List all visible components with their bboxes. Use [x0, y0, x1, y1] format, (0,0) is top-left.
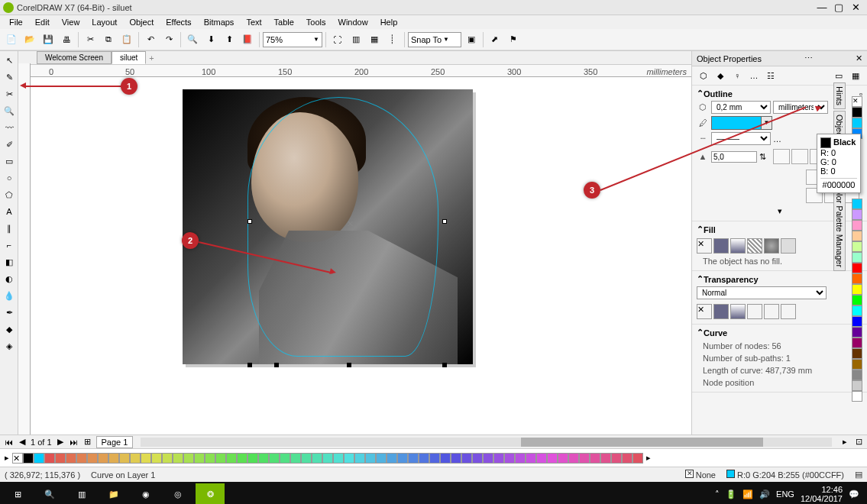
palette-swatch[interactable] — [852, 305, 862, 316]
palette-swatch[interactable] — [387, 453, 397, 464]
menu-layout[interactable]: Layout — [86, 16, 123, 28]
options-button[interactable]: ▣ — [463, 31, 480, 48]
minimize-button[interactable]: — — [814, 2, 830, 14]
handle-bottom-right[interactable] — [442, 363, 447, 367]
palette-swatch[interactable] — [440, 453, 451, 464]
palette-swatch[interactable] — [280, 453, 290, 464]
system-tray[interactable]: ˄ 🔋 📶 🔊 ENG 12:46 12/04/2017 💬 — [710, 485, 864, 503]
palette-swatch[interactable] — [183, 453, 194, 464]
palette-swatch[interactable] — [852, 284, 862, 295]
palette-swatch[interactable] — [76, 453, 87, 464]
menu-edit[interactable]: Edit — [29, 16, 56, 28]
menu-effects[interactable]: Effects — [160, 16, 197, 28]
undo-button[interactable]: ↶ — [142, 31, 159, 48]
artistic-tool[interactable]: ✐ — [2, 137, 17, 152]
palette-swatch[interactable] — [344, 453, 354, 464]
palette-swatch[interactable] — [472, 453, 483, 464]
last-page-button[interactable]: ⏭ — [69, 438, 79, 447]
parallel-tool[interactable]: ∥ — [2, 221, 17, 236]
no-trans-button[interactable]: ✕ — [697, 304, 712, 319]
palette-swatch[interactable] — [87, 453, 98, 464]
polygon-tool[interactable]: ⬠ — [2, 187, 17, 202]
palette-swatch[interactable] — [151, 453, 162, 464]
palette-swatch[interactable] — [852, 348, 862, 359]
palette-swatch[interactable] — [34, 453, 44, 464]
palette-swatch[interactable] — [852, 316, 862, 327]
launch-button[interactable]: ⬈ — [487, 31, 503, 48]
palette-swatch[interactable] — [547, 453, 558, 464]
grid-button[interactable]: ▦ — [366, 31, 383, 48]
panel-menu-button[interactable]: ⋯ — [804, 53, 813, 63]
chrome-button[interactable]: ◉ — [131, 483, 160, 504]
uniform-trans-button[interactable] — [713, 304, 729, 319]
palette-swatch[interactable] — [852, 118, 862, 128]
open-button[interactable]: 📂 — [21, 31, 38, 48]
palette-scroll-right[interactable]: ▸ — [646, 453, 651, 463]
palette-swatch[interactable] — [558, 453, 568, 464]
handle-bottom-mid2[interactable] — [347, 363, 351, 367]
copy-button[interactable]: ⧉ — [100, 31, 117, 48]
hints-tab[interactable]: Hints — [833, 82, 846, 109]
expand-icon[interactable]: ⌃ — [697, 225, 704, 234]
palette-swatch[interactable] — [333, 453, 344, 464]
connector-tool[interactable]: ⌐ — [2, 237, 17, 253]
explorer-button[interactable]: 📁 — [99, 483, 128, 504]
more-button[interactable]: … — [773, 134, 781, 144]
dropshadow-tool[interactable]: ◧ — [2, 254, 17, 270]
handle-bottom-mid[interactable] — [274, 363, 279, 367]
palette-swatch[interactable] — [108, 453, 119, 464]
save-button[interactable]: 💾 — [40, 31, 57, 48]
taskview-button[interactable]: ▥ — [67, 483, 96, 504]
rectangle-tool[interactable]: ▭ — [2, 153, 17, 169]
palette-swatch[interactable] — [247, 453, 258, 464]
palette-swatch[interactable] — [408, 453, 419, 464]
menu-window[interactable]: Window — [332, 16, 374, 28]
char-tab-icon[interactable]: … — [747, 69, 761, 82]
fill-tool[interactable]: ◆ — [2, 321, 17, 337]
palette-swatch[interactable] — [852, 220, 862, 231]
zoom-input[interactable] — [266, 35, 312, 44]
ruler-horizontal[interactable]: 0 50 100 150 200 250 300 350 millimeters — [18, 65, 691, 77]
merge-mode-select[interactable]: Normal — [697, 286, 827, 299]
palette-swatch[interactable] — [622, 453, 632, 464]
close-button[interactable]: ✕ — [847, 2, 864, 14]
no-fill-button[interactable]: ✕ — [697, 238, 712, 254]
zoom-tool[interactable]: 🔍 — [2, 103, 17, 118]
palette-swatch[interactable] — [237, 453, 247, 464]
palette-swatch[interactable] — [205, 453, 215, 464]
frame-tab-icon[interactable]: ▭ — [832, 69, 846, 82]
uniform-fill-button[interactable] — [713, 238, 729, 254]
first-page-button[interactable]: ⏮ — [3, 438, 14, 447]
ellipse-tool[interactable]: ○ — [2, 170, 17, 186]
palette-swatch[interactable] — [312, 453, 322, 464]
palette-swatch[interactable] — [66, 453, 76, 464]
fill-indicator[interactable]: None — [685, 470, 716, 480]
palette-swatch[interactable] — [600, 453, 611, 464]
menu-table[interactable]: Table — [268, 16, 300, 28]
fountain-trans-button[interactable] — [730, 304, 746, 319]
start-button[interactable]: ⊞ — [3, 483, 32, 504]
new-button[interactable]: 📄 — [3, 31, 20, 48]
lang-indicator[interactable]: ENG — [776, 489, 794, 499]
interactive-fill-tool[interactable]: ◈ — [2, 338, 17, 354]
palette-swatch[interactable] — [290, 453, 301, 464]
corner-miter-button[interactable] — [773, 149, 790, 164]
palette-scroll-left[interactable]: ▸ — [5, 453, 9, 463]
palette-swatch[interactable] — [483, 453, 493, 464]
palette-swatch[interactable] — [301, 453, 312, 464]
snap-combo[interactable]: Snap To ▼ — [408, 32, 461, 47]
palette-swatch[interactable] — [526, 453, 536, 464]
new-tab-button[interactable]: + — [149, 53, 154, 63]
search-button[interactable]: 🔍 — [35, 483, 64, 504]
expand-icon[interactable]: ⌃ — [697, 274, 704, 284]
palette-swatch[interactable] — [376, 453, 387, 464]
color-proof-icon[interactable]: ▤ — [855, 470, 862, 480]
palette-swatch[interactable] — [226, 453, 237, 464]
outline-tool[interactable]: ✒ — [2, 305, 17, 320]
palette-swatch[interactable] — [419, 453, 429, 464]
palette-swatch[interactable] — [852, 252, 862, 263]
tab-siluet[interactable]: siluet — [112, 51, 146, 64]
palette-swatch[interactable] — [852, 199, 862, 209]
texture-trans-button[interactable] — [781, 304, 796, 319]
bitmap-trans-button[interactable] — [764, 304, 779, 319]
